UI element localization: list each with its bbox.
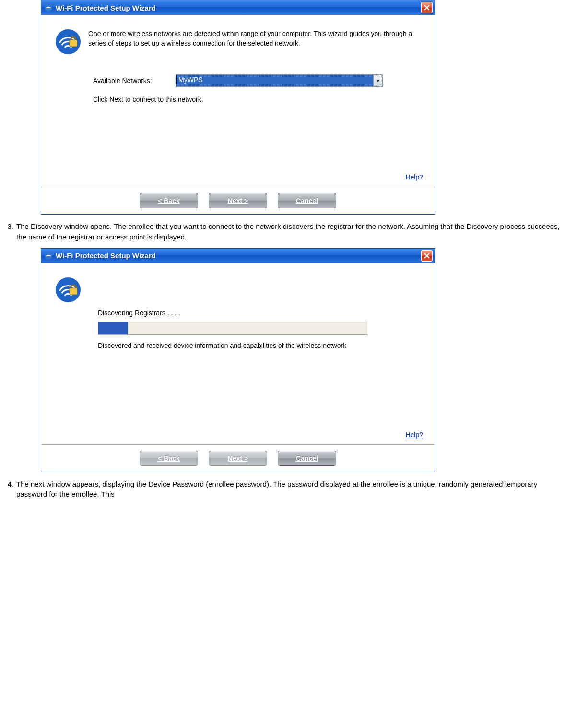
close-button[interactable] xyxy=(421,2,433,13)
next-button[interactable]: Next > xyxy=(209,193,267,208)
back-button[interactable]: < Back xyxy=(140,193,198,208)
step-4-text: 4. The next window appears, displaying t… xyxy=(0,479,565,500)
back-button[interactable]: < Back xyxy=(140,451,198,466)
step-body: The next window appears, displaying the … xyxy=(16,479,565,500)
app-icon xyxy=(44,3,53,12)
svg-rect-2 xyxy=(70,40,77,47)
connect-hint-text: Click Next to connect to this network. xyxy=(93,95,423,103)
titlebar[interactable]: Wi-Fi Protected Setup Wizard xyxy=(41,249,435,263)
step-number: 3. xyxy=(0,221,16,232)
discovered-text: Discovered and received device informati… xyxy=(98,342,423,349)
titlebar[interactable]: Wi-Fi Protected Setup Wizard xyxy=(41,0,435,15)
wizard-window-discovery: Wi-Fi Protected Setup Wizard xyxy=(41,248,435,472)
intro-text: One or more wireless networks are detect… xyxy=(88,28,423,48)
svg-rect-5 xyxy=(70,288,77,295)
help-link[interactable]: Help? xyxy=(405,431,423,439)
next-button[interactable]: Next > xyxy=(209,451,267,466)
discovering-label: Discovering Registrars . . . . xyxy=(98,309,423,317)
close-button[interactable] xyxy=(421,250,433,262)
step-number: 4. xyxy=(0,479,16,489)
help-link[interactable]: Help? xyxy=(405,173,423,181)
progress-bar xyxy=(98,322,367,335)
close-icon xyxy=(424,253,430,259)
wifi-lock-icon xyxy=(55,276,82,303)
button-bar: < Back Next > Cancel xyxy=(41,444,435,472)
window-title: Wi-Fi Protected Setup Wizard xyxy=(56,4,421,12)
progress-fill xyxy=(98,322,128,334)
app-icon xyxy=(44,251,53,260)
step-3-text: 3. The Discovery window opens. The enrol… xyxy=(0,221,565,242)
available-networks-label: Available Networks: xyxy=(93,77,165,84)
window-title: Wi-Fi Protected Setup Wizard xyxy=(56,251,421,260)
close-icon xyxy=(424,5,430,11)
combobox-value: MyWPS xyxy=(176,75,373,86)
chevron-down-icon[interactable] xyxy=(373,75,382,86)
cancel-button[interactable]: Cancel xyxy=(278,193,336,208)
wifi-lock-icon xyxy=(55,28,82,55)
wizard-window-available-networks: Wi-Fi Protected Setup Wizard xyxy=(41,0,435,215)
step-body: The Discovery window opens. The enrollee… xyxy=(16,221,565,242)
available-networks-combobox[interactable]: MyWPS xyxy=(176,74,383,87)
cancel-button[interactable]: Cancel xyxy=(278,451,336,466)
button-bar: < Back Next > Cancel xyxy=(41,187,435,214)
